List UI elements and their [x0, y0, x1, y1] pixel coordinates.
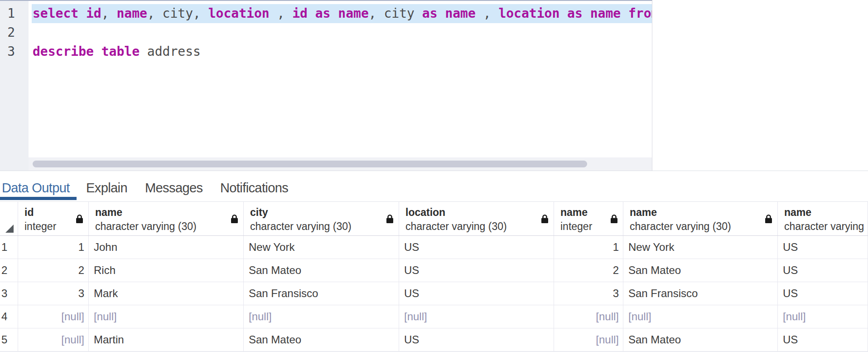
sql-text-token — [78, 6, 86, 21]
grid-body: 11JohnNew YorkUS1New YorkUS22RichSan Mat… — [0, 236, 868, 352]
code-line-3[interactable]: describe table address — [32, 42, 652, 61]
editor-line-number-gutter: 123 — [0, 1, 29, 171]
code-line-1-selected[interactable]: select id, name, city, location , id as … — [32, 4, 652, 23]
column-name: id — [24, 205, 70, 220]
cell-r4-c6[interactable]: [null] — [778, 305, 868, 328]
line-number-1: 1 — [0, 4, 15, 23]
cell-r3-c6[interactable]: US — [778, 282, 868, 305]
column-header-name-4[interactable]: nameinteger — [554, 202, 623, 235]
cell-r5-c3[interactable]: US — [399, 328, 554, 351]
row-number-cell[interactable]: 5 — [0, 328, 18, 351]
column-name: name — [560, 205, 605, 220]
cell-r5-c0[interactable]: [null] — [18, 328, 89, 351]
cell-r3-c0[interactable]: 3 — [18, 282, 89, 305]
sql-text-token: , — [270, 6, 293, 21]
column-type: character varying — [784, 220, 849, 233]
cell-r3-c2[interactable]: San Fransisco — [244, 282, 399, 305]
column-name: city — [250, 205, 381, 220]
cell-r1-c5[interactable]: New York — [623, 236, 778, 259]
column-lock — [386, 214, 394, 224]
sql-keyword-token: id — [86, 6, 101, 21]
cell-r5-c1[interactable]: Martin — [89, 328, 244, 351]
line-number-2: 2 — [0, 23, 15, 42]
cell-r4-c0[interactable]: [null] — [18, 305, 89, 328]
column-name: name — [95, 205, 225, 220]
select-all-corner-cell[interactable] — [0, 202, 18, 235]
editor-scrollbar-thumb[interactable] — [33, 161, 587, 167]
lock-icon — [610, 214, 618, 224]
sql-keyword-token: location — [498, 6, 559, 21]
grid-row-1: 11JohnNew YorkUS1New YorkUS — [0, 236, 868, 259]
cell-r1-c2[interactable]: New York — [244, 236, 399, 259]
sql-keyword-token: table — [101, 44, 140, 59]
cell-r4-c1[interactable]: [null] — [89, 305, 244, 328]
query-tool-window: 123 select id, name, city, location , id… — [0, 0, 868, 352]
cell-r4-c4[interactable]: [null] — [554, 305, 623, 328]
cell-r3-c5[interactable]: San Fransisco — [623, 282, 778, 305]
grid-header-row: idintegernamecharacter varying (30)cityc… — [0, 202, 868, 236]
sql-code-area[interactable]: select id, name, city, location , id as … — [29, 1, 652, 157]
cell-r1-c1[interactable]: John — [89, 236, 244, 259]
tab-notifications[interactable]: Notifications — [220, 181, 288, 196]
row-number-cell[interactable]: 1 — [0, 236, 18, 259]
sql-keyword-token: name — [116, 6, 147, 21]
select-all-triangle-icon — [5, 224, 14, 233]
sql-text-token — [583, 6, 590, 21]
column-lock — [76, 214, 83, 224]
tab-data-output[interactable]: Data Output — [2, 181, 70, 196]
row-number-cell[interactable]: 2 — [0, 259, 18, 282]
cell-r1-c0[interactable]: 1 — [18, 236, 89, 259]
cell-r4-c3[interactable]: [null] — [399, 305, 554, 328]
tab-messages[interactable]: Messages — [145, 181, 203, 196]
cell-r4-c5[interactable]: [null] — [623, 305, 778, 328]
column-name: name — [784, 205, 849, 220]
column-header-name-6[interactable]: namecharacter varying — [778, 202, 868, 235]
cell-r1-c3[interactable]: US — [399, 236, 554, 259]
column-type: integer — [560, 220, 605, 233]
cell-r2-c0[interactable]: 2 — [18, 259, 89, 282]
cell-r5-c2[interactable]: San Mateo — [244, 328, 399, 351]
sql-keyword-token: as — [315, 6, 331, 21]
column-header-location-3[interactable]: locationcharacter varying (30) — [399, 202, 554, 235]
lock-icon — [231, 214, 238, 224]
code-line-2[interactable] — [32, 23, 652, 42]
sql-text-token: , — [476, 6, 499, 21]
sql-keyword-token: as — [567, 6, 583, 21]
sql-text-token: address — [140, 44, 201, 59]
sql-text-token — [438, 6, 445, 21]
grid-row-2: 22RichSan MateoUS2San MateoUS — [0, 259, 868, 282]
cell-r1-c6[interactable]: US — [778, 236, 868, 259]
cell-r3-c3[interactable]: US — [399, 282, 554, 305]
cell-r2-c3[interactable]: US — [399, 259, 554, 282]
column-type: character varying (30) — [95, 220, 225, 233]
cell-r4-c2[interactable]: [null] — [244, 305, 399, 328]
editor-horizontal-scrollbar[interactable] — [29, 157, 652, 171]
row-number-cell[interactable]: 3 — [0, 282, 18, 305]
column-lock — [610, 214, 618, 224]
cell-r3-c4[interactable]: 3 — [554, 282, 623, 305]
column-header-id-0[interactable]: idinteger — [18, 202, 89, 235]
column-lock — [541, 214, 549, 224]
sql-keyword-token: from — [628, 6, 652, 21]
cell-r3-c1[interactable]: Mark — [89, 282, 244, 305]
cell-r5-c5[interactable]: San Mateo — [623, 328, 778, 351]
column-type: character varying (30) — [630, 220, 759, 233]
sql-keyword-token: name — [445, 6, 475, 21]
cell-r2-c6[interactable]: US — [778, 259, 868, 282]
cell-r2-c5[interactable]: San Mateo — [623, 259, 778, 282]
cell-r5-c6[interactable]: US — [778, 328, 868, 351]
cell-r2-c2[interactable]: San Mateo — [244, 259, 399, 282]
row-number-cell[interactable]: 4 — [0, 305, 18, 328]
cell-r2-c1[interactable]: Rich — [89, 259, 244, 282]
column-header-name-5[interactable]: namecharacter varying (30) — [623, 202, 778, 235]
cell-r2-c4[interactable]: 2 — [554, 259, 623, 282]
cell-r1-c4[interactable]: 1 — [554, 236, 623, 259]
sql-text-token: , — [101, 6, 117, 21]
column-header-name-1[interactable]: namecharacter varying (30) — [89, 202, 244, 235]
lock-icon — [765, 214, 772, 224]
active-tab-underline — [0, 197, 77, 200]
tab-explain[interactable]: Explain — [86, 181, 127, 196]
data-output-grid: idintegernamecharacter varying (30)cityc… — [0, 201, 868, 352]
cell-r5-c4[interactable]: [null] — [554, 328, 623, 351]
column-header-city-2[interactable]: citycharacter varying (30) — [244, 202, 399, 235]
